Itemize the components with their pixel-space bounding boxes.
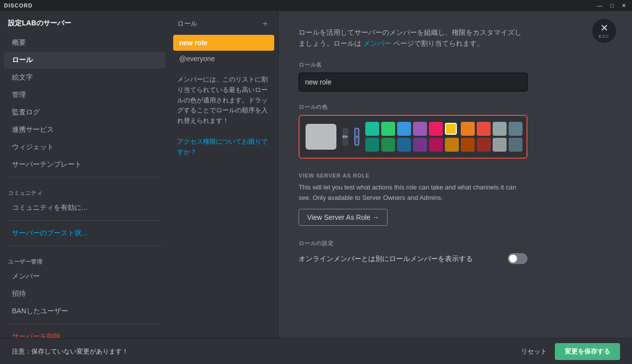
view-server-as-role-button[interactable]: View Server As Role → (299, 209, 388, 226)
sidebar-item-members[interactable]: メンバー (4, 268, 165, 285)
color-swatch[interactable] (509, 138, 523, 152)
separator-3 (8, 246, 161, 246)
color-swatch[interactable] (365, 138, 379, 152)
separator-1 (8, 177, 161, 178)
color-picker-area: ✏ ● (299, 115, 527, 159)
color-grid (365, 122, 523, 152)
color-swatch[interactable] (429, 122, 443, 136)
close-btn[interactable]: ✕ (620, 2, 628, 9)
sidebar-item-invites[interactable]: 招待 (4, 285, 165, 302)
color-swatch[interactable] (493, 138, 507, 152)
sidebar-item-moderation[interactable]: 管理 (4, 87, 165, 103)
color-preview (306, 124, 336, 150)
add-role-button[interactable]: + (260, 19, 270, 29)
role-name-input[interactable] (299, 73, 527, 91)
roles-description: メンバーには、このリストに割り当てられている最も高いロールの色が適用されます。ド… (173, 67, 274, 165)
color-swatch[interactable] (429, 138, 443, 152)
color-swatch[interactable] (509, 122, 523, 136)
minimize-btn[interactable]: — (595, 2, 604, 9)
sidebar-item-widget[interactable]: ウィジェット (4, 139, 165, 156)
server-name: 設定LABのサーバー (0, 19, 169, 34)
vsar-label: VIEW SERVER AS ROLE (299, 173, 612, 179)
separator-2 (8, 220, 161, 221)
titlebar: DISCORD — □ ✕ (0, 0, 632, 11)
separator-4 (8, 324, 161, 324)
color-swatch[interactable] (493, 122, 507, 136)
roles-panel-header: ロール + (173, 19, 274, 35)
sidebar-item-audit-log[interactable]: 監査ログ (4, 104, 165, 121)
color-swatch[interactable] (365, 122, 379, 136)
main-content: ✕ ESC ロールを活用してサーバーのメンバーを組織し、権限をカスタマイズしまし… (279, 11, 632, 364)
color-swatch[interactable] (445, 138, 459, 152)
role-settings-label: ロールの設定 (299, 240, 612, 247)
color-swatch[interactable] (397, 138, 411, 152)
section-user: ユーザー管理 (0, 250, 169, 268)
toggle-row-1: オンラインメンバーとは別にロールメンバーを表示する (299, 253, 527, 264)
color-default-button[interactable]: ● (354, 128, 359, 146)
color-swatch[interactable] (445, 123, 457, 135)
roles-panel-title: ロール (177, 19, 198, 28)
window-controls: — □ ✕ (595, 2, 628, 9)
sidebar-item-integrations[interactable]: 連携サービス (4, 121, 165, 138)
esc-button[interactable]: ✕ ESC (592, 19, 616, 43)
toggle-1[interactable] (508, 253, 527, 264)
color-swatch[interactable] (477, 138, 491, 152)
bottom-bar: 注意：保存していない変更があります！ リセット 変更を保存する (0, 338, 632, 364)
boost-link[interactable]: サーバーのブースト状... (4, 225, 165, 242)
color-swatch[interactable] (413, 122, 427, 136)
default-icon: ● (355, 134, 358, 139)
sidebar-item-template[interactable]: サーバーテンプレート (4, 156, 165, 173)
section-community: コミュニティ (0, 182, 169, 199)
pencil-icon: ✏ (342, 133, 348, 141)
sidebar-item-emoji[interactable]: 絵文字 (4, 69, 165, 86)
bottom-actions: リセット 変更を保存する (521, 343, 620, 360)
toggle-1-label: オンラインメンバーとは別にロールメンバーを表示する (299, 254, 473, 264)
role-item-new[interactable]: new role (173, 35, 274, 51)
members-link[interactable]: メンバー (363, 39, 391, 47)
color-swatch[interactable] (461, 138, 475, 152)
sidebar: 設定LABのサーバー 概要 ロール 絵文字 管理 監査ログ 連携サービス ウィジ… (0, 11, 169, 364)
esc-label: ESC (599, 34, 610, 39)
vsar-section: VIEW SERVER AS ROLE This will let you te… (299, 173, 612, 226)
color-section: ロールの色 ✏ ● (299, 103, 612, 159)
roles-panel: ロール + new role @everyone メンバーには、このリストに割り… (169, 11, 279, 364)
vsar-description: This will let you test what actions this… (299, 182, 527, 203)
sidebar-item-overview[interactable]: 概要 (4, 34, 165, 51)
role-color-label: ロールの色 (299, 103, 612, 111)
roles-help-link[interactable]: アクセス権限についてお困りですか？ (177, 138, 268, 156)
sidebar-item-bans[interactable]: BANしたユーザー (4, 303, 165, 320)
color-swatch[interactable] (397, 122, 411, 136)
reset-button[interactable]: リセット (521, 347, 547, 356)
color-pencil-button[interactable]: ✏ (342, 128, 348, 146)
role-item-everyone[interactable]: @everyone (173, 51, 274, 67)
intro-text: ロールを活用してサーバーのメンバーを組織し、権限をカスタマイズしましょう。ロール… (299, 27, 527, 49)
color-swatch[interactable] (477, 122, 491, 136)
app-title: DISCORD (4, 2, 33, 8)
sidebar-item-community[interactable]: コミュニティを有効に... (4, 199, 165, 216)
role-name-label: ロール名 (299, 61, 612, 69)
maximize-btn[interactable]: □ (608, 2, 616, 9)
color-swatch[interactable] (381, 138, 395, 152)
color-swatch[interactable] (381, 122, 395, 136)
color-swatch[interactable] (461, 122, 475, 136)
bottom-notice: 注意：保存していない変更があります！ (12, 347, 128, 356)
color-swatch[interactable] (413, 138, 427, 152)
sidebar-item-roles[interactable]: ロール (4, 52, 165, 69)
app-container: 設定LABのサーバー 概要 ロール 絵文字 管理 監査ログ 連携サービス ウィジ… (0, 11, 632, 364)
save-button[interactable]: 変更を保存する (555, 343, 620, 360)
close-icon: ✕ (600, 23, 609, 33)
